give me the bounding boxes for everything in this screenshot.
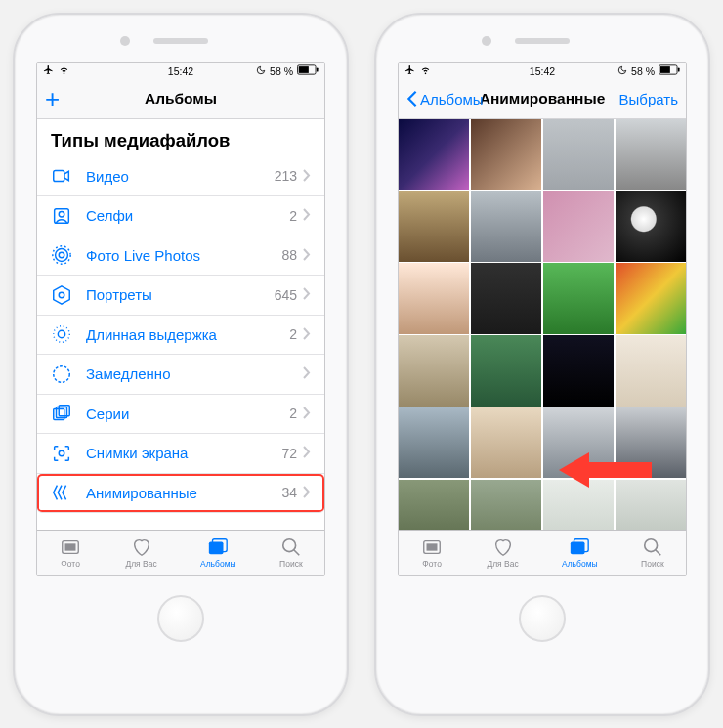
- photo-thumbnail[interactable]: [543, 480, 614, 530]
- tab-label: Альбомы: [200, 559, 236, 569]
- row-selfies[interactable]: Селфи 2: [37, 196, 324, 236]
- search-tab-icon: [641, 536, 664, 558]
- row-long-exposure[interactable]: Длинная выдержка 2: [37, 316, 324, 356]
- photo-thumbnail[interactable]: [399, 263, 469, 333]
- photo-thumbnail[interactable]: [616, 480, 686, 530]
- row-label: Портреты: [86, 286, 275, 303]
- photo-thumbnail[interactable]: [399, 480, 469, 530]
- row-live-photos[interactable]: Фото Live Photos 88: [37, 236, 324, 277]
- photo-thumbnail[interactable]: [399, 119, 469, 190]
- add-button[interactable]: +: [45, 86, 60, 111]
- albums-scroll[interactable]: Типы медиафайлов Видео 213 Селфи 2 Фото …: [37, 119, 324, 530]
- iphone-frame-left: 15:42 58 % + Альбомы Типы медиафайлов: [13, 13, 349, 716]
- svg-point-7: [56, 249, 68, 262]
- photo-thumbnail[interactable]: [471, 407, 541, 478]
- for-you-tab-icon: [130, 536, 153, 558]
- row-bursts[interactable]: Серии 2: [37, 395, 324, 435]
- row-count: 645: [275, 287, 297, 303]
- row-count: 34: [281, 485, 297, 500]
- photo-thumbnail[interactable]: [616, 119, 686, 190]
- tab-photos[interactable]: Фото: [59, 536, 82, 569]
- back-button[interactable]: Альбомы: [406, 90, 484, 107]
- row-label: Длинная выдержка: [86, 326, 289, 343]
- tab-bar: Фото Для Вас Альбомы Поиск: [37, 530, 324, 575]
- tab-albums[interactable]: Альбомы: [200, 536, 236, 569]
- svg-rect-2: [317, 67, 319, 71]
- photo-thumbnail[interactable]: [543, 263, 614, 333]
- svg-point-21: [283, 538, 296, 551]
- svg-rect-3: [54, 171, 64, 182]
- screen-right: 15:42 58 % Альбомы Анимированные Выбрать: [398, 62, 687, 576]
- long-exposure-icon: [51, 323, 72, 345]
- airplane-mode-icon: [43, 64, 54, 77]
- photo-thumbnail[interactable]: [616, 191, 686, 261]
- photo-thumbnail[interactable]: [543, 407, 614, 478]
- photo-thumbnail[interactable]: [399, 335, 469, 406]
- albums-tab-icon: [206, 536, 230, 558]
- photo-thumbnail[interactable]: [399, 407, 469, 478]
- home-button[interactable]: [519, 595, 566, 642]
- photo-thumbnail[interactable]: [471, 263, 541, 333]
- row-video[interactable]: Видео 213: [37, 157, 324, 197]
- home-button[interactable]: [157, 595, 204, 642]
- airplane-mode-icon: [404, 64, 415, 77]
- iphone-frame-right: 15:42 58 % Альбомы Анимированные Выбрать: [374, 13, 710, 716]
- tab-albums[interactable]: Альбомы: [562, 536, 598, 569]
- photo-thumbnail[interactable]: [471, 335, 541, 406]
- tab-label: Альбомы: [562, 559, 598, 569]
- photo-grid-scroll[interactable]: [399, 119, 686, 530]
- photo-thumbnail[interactable]: [543, 119, 614, 190]
- albums-tab-icon: [568, 536, 591, 558]
- battery-text: 58 %: [631, 65, 655, 77]
- section-media-types: Типы медиафайлов: [37, 119, 324, 157]
- tab-for-you[interactable]: Для Вас: [125, 536, 156, 569]
- row-label: Фото Live Photos: [86, 247, 281, 264]
- tab-search[interactable]: Поиск: [279, 536, 303, 569]
- photo-thumbnail[interactable]: [471, 480, 541, 530]
- tab-label: Поиск: [641, 559, 664, 569]
- tab-photos[interactable]: Фото: [420, 536, 444, 569]
- svg-point-5: [59, 211, 64, 217]
- screen-left: 15:42 58 % + Альбомы Типы медиафайлов: [36, 62, 325, 576]
- chevron-right-icon: [303, 286, 311, 303]
- tab-search[interactable]: Поиск: [641, 536, 664, 569]
- photo-thumbnail[interactable]: [616, 263, 686, 333]
- svg-rect-29: [571, 541, 585, 554]
- svg-rect-24: [678, 67, 680, 71]
- select-button[interactable]: Выбрать: [619, 91, 678, 107]
- chevron-right-icon: [303, 485, 311, 501]
- row-count: 2: [289, 326, 297, 342]
- row-label: Видео: [86, 168, 275, 185]
- tab-bar: Фото Для Вас Альбомы Поиск: [399, 530, 686, 575]
- nav-bar: Альбомы Анимированные Выбрать: [399, 80, 686, 119]
- video-icon: [51, 165, 72, 187]
- svg-rect-28: [427, 543, 438, 550]
- chevron-right-icon: [303, 326, 311, 343]
- svg-point-31: [645, 538, 658, 551]
- svg-point-12: [54, 366, 70, 383]
- svg-rect-18: [65, 543, 76, 550]
- speaker-grille: [153, 38, 208, 44]
- photo-thumbnail[interactable]: [543, 335, 614, 406]
- photo-thumbnail[interactable]: [471, 191, 541, 261]
- photo-thumbnail[interactable]: [616, 335, 686, 406]
- slomo-icon: [51, 364, 72, 385]
- status-bar: 15:42 58 %: [399, 63, 686, 80]
- row-screenshots[interactable]: Снимки экрана 72: [37, 434, 324, 474]
- photos-tab-icon: [59, 536, 82, 558]
- row-portraits[interactable]: Портреты 645: [37, 276, 324, 316]
- section-other-albums: Другие альбомы: [37, 513, 324, 530]
- photo-thumbnail[interactable]: [471, 119, 541, 190]
- battery-text: 58 %: [270, 65, 293, 77]
- for-you-tab-icon: [491, 536, 515, 558]
- row-slomo[interactable]: Замедленно: [37, 355, 324, 395]
- photo-thumbnail[interactable]: [543, 191, 614, 261]
- nav-bar: + Альбомы: [37, 80, 324, 119]
- photo-thumbnail[interactable]: [399, 191, 469, 261]
- tab-for-you[interactable]: Для Вас: [487, 536, 518, 569]
- photo-thumbnail[interactable]: [616, 407, 686, 478]
- photos-tab-icon: [420, 536, 444, 558]
- tab-label: Для Вас: [125, 559, 156, 569]
- row-animated[interactable]: Анимированные 34: [37, 474, 324, 514]
- search-tab-icon: [279, 536, 303, 558]
